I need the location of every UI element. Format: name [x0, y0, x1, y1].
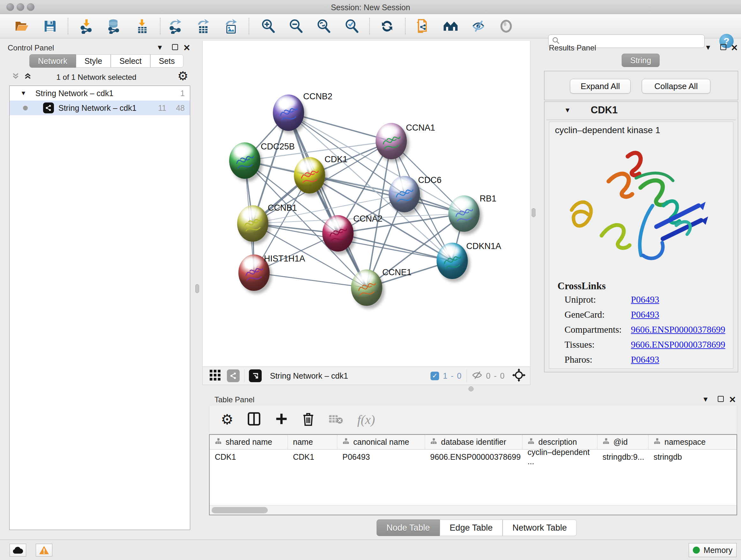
tab-select[interactable]: Select — [111, 54, 150, 68]
save-session-icon[interactable] — [43, 18, 58, 34]
table-cell[interactable]: stringdb:9... — [597, 449, 649, 464]
network-edge[interactable] — [254, 273, 367, 288]
toolbar-separator — [160, 18, 160, 35]
hidden-eye-icon[interactable] — [471, 370, 483, 381]
collapse-panel-icon[interactable]: ▼ — [702, 395, 709, 403]
gene-collapse-arrow-icon[interactable]: ▼ — [564, 106, 571, 114]
collapse-all-button[interactable]: Collapse All — [642, 79, 711, 94]
crosslink-link[interactable]: 9606.ENSP00000378699 — [631, 339, 725, 350]
network-canvas[interactable]: CCNB2CCNA1CDC25BCDK1CDC6RB1CCNB1CCNA2CDK… — [202, 41, 530, 367]
collapse-panel-icon[interactable]: ▼ — [156, 44, 163, 52]
birdseye-crosshair-icon[interactable] — [512, 368, 526, 383]
network-node-cdkn1a[interactable] — [436, 243, 468, 279]
network-row[interactable]: String Network – cdk1 11 48 — [10, 101, 190, 115]
node-table[interactable]: shared namenamecanonical namedatabase id… — [209, 434, 737, 515]
close-panel-icon[interactable]: ✕ — [731, 43, 738, 53]
expand-all-button[interactable]: Expand All — [570, 79, 630, 94]
network-node-cdk1[interactable] — [294, 157, 325, 193]
network-node-ccna2[interactable] — [322, 215, 354, 252]
export-table-icon[interactable] — [196, 18, 211, 34]
zoom-selected-icon[interactable] — [344, 18, 359, 34]
network-selection-status: 1 of 1 Network selected — [3, 73, 190, 82]
memory-button[interactable]: Memory — [689, 543, 737, 557]
column-header-shared-name[interactable]: shared name — [210, 435, 288, 449]
zoom-out-icon[interactable] — [288, 18, 304, 34]
tab-edge-table[interactable]: Edge Table — [440, 519, 502, 536]
selected-nodes-checkbox[interactable]: ✓ — [430, 372, 439, 380]
horizontal-scrollbar[interactable] — [210, 505, 737, 515]
network-node-rb1[interactable] — [448, 195, 480, 232]
tab-node-table[interactable]: Node Table — [377, 519, 440, 536]
enhanced-labels-icon[interactable] — [471, 18, 486, 34]
import-network-file-icon[interactable] — [79, 18, 94, 34]
delete-column-icon[interactable] — [302, 412, 314, 427]
table-splitter-handle[interactable] — [468, 386, 474, 391]
table-cell[interactable]: 9606.ENSP00000378699 — [425, 449, 522, 464]
tab-string[interactable]: String — [622, 54, 660, 67]
delete-table-icon[interactable] — [328, 413, 343, 426]
column-header-namespace[interactable]: namespace — [649, 435, 737, 449]
fit-content-icon[interactable] — [316, 18, 331, 34]
network-node-ccne1[interactable] — [351, 269, 382, 306]
crosslink-link[interactable]: P06493 — [631, 309, 659, 320]
network-node-ccnb2[interactable] — [273, 95, 304, 131]
tab-network[interactable]: Network — [29, 54, 76, 68]
stringify-document-icon[interactable] — [414, 18, 429, 34]
import-table-file-icon[interactable] — [135, 18, 150, 34]
apply-layout-icon[interactable] — [380, 18, 395, 34]
table-cell[interactable]: stringdb — [649, 449, 737, 464]
crosslink-link[interactable]: 9606.ENSP00000378699 — [631, 324, 725, 335]
tab-sets[interactable]: Sets — [150, 54, 184, 68]
function-builder-icon[interactable]: f(x) — [357, 412, 375, 427]
table-panel-title: Table Panel — [214, 395, 254, 404]
float-panel-icon[interactable] — [172, 44, 178, 50]
column-header-description[interactable]: description — [522, 435, 597, 449]
tab-style[interactable]: Style — [76, 54, 111, 68]
crosslink-link[interactable]: P06493 — [631, 354, 659, 365]
control-panel: Control Panel ▼ ✕ NetworkStyleSelectSets… — [3, 41, 190, 535]
collapse-panel-icon[interactable]: ▼ — [704, 44, 712, 52]
column-header-name[interactable]: name — [288, 435, 337, 449]
table-cell[interactable]: CDK1 — [288, 449, 337, 464]
warnings-button[interactable] — [36, 544, 52, 557]
export-network-icon[interactable] — [168, 18, 183, 34]
table-row[interactable]: CDK1CDK1P064939606.ENSP00000378699cyclin… — [210, 449, 737, 464]
create-column-icon[interactable] — [275, 412, 288, 427]
table-cell[interactable]: cyclin–dependent ... — [522, 449, 597, 464]
float-panel-icon[interactable] — [718, 396, 724, 402]
grid-view-icon[interactable] — [209, 369, 221, 382]
zoom-in-icon[interactable] — [260, 18, 276, 34]
tab-network-table[interactable]: Network Table — [502, 519, 577, 536]
export-image-icon[interactable] — [223, 18, 239, 34]
string-view-icon[interactable] — [227, 369, 240, 382]
close-panel-icon[interactable]: ✕ — [729, 395, 736, 405]
string-home-icon[interactable] — [443, 18, 458, 34]
cloud-button[interactable] — [10, 544, 26, 557]
table-cell[interactable]: CDK1 — [210, 449, 288, 464]
show-columns-icon[interactable] — [247, 412, 261, 427]
table-cell[interactable]: P06493 — [337, 449, 425, 464]
network-options-gear-icon[interactable]: ⚙ — [178, 69, 188, 83]
open-session-icon[interactable] — [14, 18, 29, 34]
column-header-canonical-name[interactable]: canonical name — [337, 435, 425, 449]
network-edges — [203, 41, 531, 367]
close-panel-icon[interactable]: ✕ — [183, 43, 191, 53]
float-panel-icon[interactable] — [720, 44, 726, 50]
column-header--id[interactable]: @id — [597, 435, 649, 449]
collection-expand-arrow-icon[interactable]: ▼ — [20, 90, 26, 97]
network-collection-row[interactable]: ▼ String Network – cdk1 1 — [10, 86, 190, 101]
import-network-database-icon[interactable] — [106, 18, 121, 34]
table-settings-gear-icon[interactable]: ⚙ — [221, 413, 233, 427]
scrollbar-thumb[interactable] — [212, 507, 268, 513]
network-node-ccna1[interactable] — [376, 123, 407, 159]
network-node-cdc25b[interactable] — [229, 142, 260, 179]
network-node-ccnb1[interactable] — [237, 205, 268, 242]
column-header-label: canonical name — [353, 437, 409, 447]
open-in-browser-icon[interactable] — [249, 369, 262, 382]
network-node-cdc6[interactable] — [389, 176, 420, 212]
detail-lens-icon[interactable] — [498, 18, 514, 34]
crosslink-link[interactable]: P06493 — [631, 294, 659, 305]
left-splitter-handle[interactable] — [195, 284, 199, 293]
column-header-database-identifier[interactable]: database identifier — [425, 435, 522, 449]
network-tree: ▼ String Network – cdk1 1 String Network… — [9, 85, 190, 530]
